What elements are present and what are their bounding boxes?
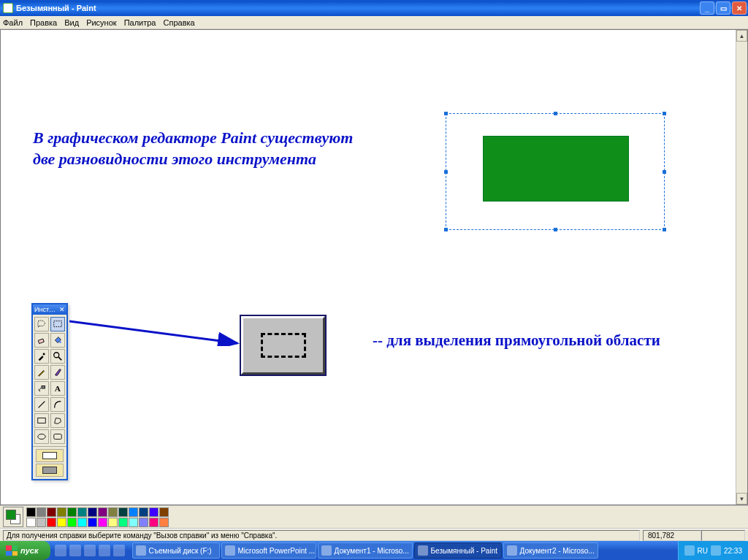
tool-airbrush[interactable]: [34, 381, 49, 396]
rect-select-tool-icon-large: [241, 316, 325, 375]
close-button[interactable]: ✕: [732, 1, 747, 15]
toolbox-window[interactable]: Инст… ✕: [31, 303, 68, 480]
menu-edit[interactable]: Правка: [30, 18, 57, 27]
tool-rect-select[interactable]: [50, 317, 65, 331]
scroll-down-icon[interactable]: ▼: [736, 493, 747, 505]
window-title: Безымянный - Paint: [16, 4, 698, 12]
tray-icon[interactable]: [684, 545, 695, 556]
menu-image[interactable]: Рисунок: [86, 18, 117, 27]
vertical-scrollbar[interactable]: ▲ ▼: [736, 30, 747, 505]
tool-rounded-rect[interactable]: [50, 429, 65, 444]
menu-help[interactable]: Справка: [164, 18, 195, 27]
tool-curve[interactable]: [50, 397, 65, 412]
color-swatch[interactable]: [98, 518, 107, 527]
color-swatch[interactable]: [98, 507, 107, 517]
selection-opt-transparent[interactable]: [36, 449, 64, 462]
toolbox-titlebar[interactable]: Инст… ✕: [33, 304, 66, 315]
taskbar-item[interactable]: Документ2 - Microso...: [503, 542, 598, 559]
menu-palette[interactable]: Палитра: [124, 18, 156, 27]
quick-launch: [55, 545, 125, 556]
color-swatch[interactable]: [118, 518, 128, 527]
color-swatch[interactable]: [67, 518, 77, 527]
color-swatch[interactable]: [159, 518, 169, 527]
tool-rectangle[interactable]: [34, 413, 49, 428]
task-app-icon: [225, 545, 235, 556]
tray-icon-2[interactable]: [711, 545, 721, 556]
selection-rectangle[interactable]: [446, 113, 665, 230]
color-swatch[interactable]: [139, 518, 148, 527]
svg-point-2: [59, 341, 61, 343]
task-label: Microsoft PowerPoint ...: [238, 547, 316, 555]
color-swatch[interactable]: [37, 518, 46, 527]
color-swatch[interactable]: [67, 507, 77, 517]
start-label: пуск: [20, 546, 39, 555]
tool-pencil[interactable]: [34, 365, 49, 380]
tool-options: [33, 446, 66, 479]
color-swatch[interactable]: [108, 507, 118, 517]
green-rectangle-shape: [483, 136, 629, 202]
task-label: Документ2 - Microso...: [520, 547, 595, 555]
svg-point-7: [39, 389, 40, 391]
canvas-area[interactable]: В графическом редакторе Paint существуют…: [0, 29, 748, 505]
maximize-button[interactable]: ▭: [716, 1, 730, 15]
ql-media-icon[interactable]: [99, 545, 110, 556]
taskbar-item[interactable]: Безымянный - Paint: [414, 542, 502, 559]
tool-eraser[interactable]: [34, 333, 49, 348]
color-swatch[interactable]: [47, 518, 56, 527]
toolbox-close-icon[interactable]: ✕: [59, 306, 65, 313]
tool-polygon[interactable]: [50, 413, 65, 428]
color-swatch[interactable]: [77, 507, 87, 517]
color-swatch[interactable]: [118, 507, 128, 517]
color-swatch[interactable]: [149, 507, 159, 517]
color-swatch[interactable]: [26, 507, 36, 517]
color-swatch[interactable]: [139, 507, 148, 517]
svg-point-9: [39, 391, 40, 391]
canvas[interactable]: В графическом редакторе Paint существуют…: [4, 33, 734, 502]
color-swatch[interactable]: [129, 507, 138, 517]
svg-rect-0: [54, 321, 62, 327]
tool-magnifier[interactable]: [50, 349, 65, 364]
color-swatch[interactable]: [47, 507, 56, 517]
color-swatch[interactable]: [57, 518, 66, 527]
ql-mail-icon[interactable]: [69, 545, 81, 556]
tray-language[interactable]: RU: [698, 547, 708, 555]
taskbar-item[interactable]: Документ1 - Microso...: [318, 542, 413, 559]
foreground-color-swatch[interactable]: [6, 510, 16, 520]
color-swatch[interactable]: [57, 507, 66, 517]
taskbar-item[interactable]: Съемный диск (F:): [132, 542, 220, 559]
tool-line[interactable]: [34, 397, 49, 412]
tool-brush[interactable]: [50, 365, 65, 380]
tool-picker[interactable]: [34, 349, 49, 364]
ql-ie-icon[interactable]: [55, 545, 66, 556]
color-swatch[interactable]: [88, 507, 97, 517]
current-colors[interactable]: [3, 507, 23, 527]
start-button[interactable]: пуск: [0, 541, 50, 560]
color-swatch[interactable]: [88, 518, 97, 527]
tray-clock[interactable]: 22:33: [724, 547, 742, 555]
ql-desktop-icon[interactable]: [84, 545, 96, 556]
tool-ellipse[interactable]: [34, 429, 49, 444]
selection-opt-opaque[interactable]: [36, 464, 64, 477]
toolbox-grid: A: [33, 315, 66, 446]
ql-app-icon[interactable]: [113, 545, 125, 556]
palette-grid: [26, 507, 169, 527]
window-titlebar: Безымянный - Paint _ ▭ ✕: [0, 0, 748, 16]
color-swatch[interactable]: [159, 507, 169, 517]
color-swatch[interactable]: [37, 507, 46, 517]
menu-view[interactable]: Вид: [64, 18, 79, 27]
menu-file[interactable]: Файл: [3, 18, 23, 27]
headline-text: В графическом редакторе Paint существуют…: [33, 128, 362, 169]
tool-free-select[interactable]: [34, 317, 49, 331]
scroll-up-icon[interactable]: ▲: [736, 30, 747, 42]
color-swatch[interactable]: [108, 518, 118, 527]
color-swatch[interactable]: [26, 518, 36, 527]
task-app-icon: [321, 545, 332, 556]
tool-text[interactable]: A: [50, 381, 65, 396]
menubar: Файл Правка Вид Рисунок Палитра Справка: [0, 16, 748, 29]
color-swatch[interactable]: [129, 518, 138, 527]
taskbar-item[interactable]: Microsoft PowerPoint ...: [221, 542, 316, 559]
tool-fill[interactable]: [50, 333, 65, 348]
minimize-button[interactable]: _: [700, 1, 714, 15]
color-swatch[interactable]: [149, 518, 159, 527]
color-swatch[interactable]: [77, 518, 87, 527]
